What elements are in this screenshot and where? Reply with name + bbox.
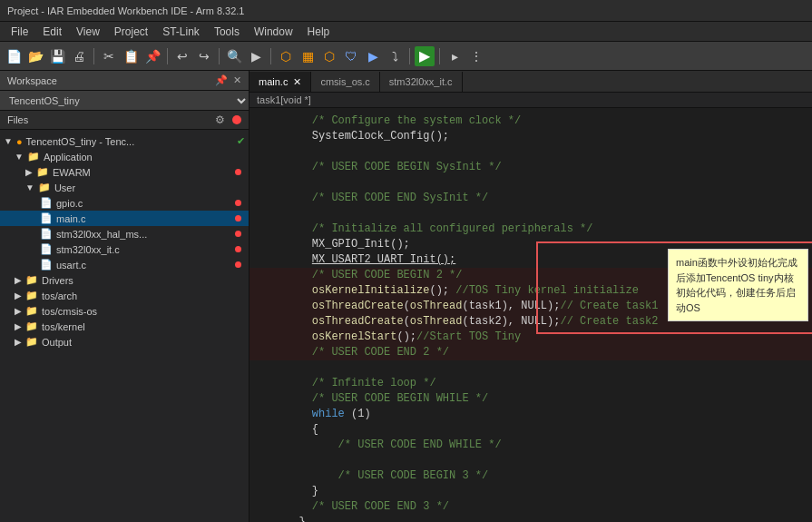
code-line: /* USER CODE END 3 */ — [249, 499, 812, 515]
tree-mainc[interactable]: 📄 main.c — [0, 211, 249, 226]
tree-tos-cmsis[interactable]: ▶ 📁 tos/cmsis-os — [0, 303, 249, 319]
menu-view[interactable]: View — [69, 24, 107, 40]
open-btn[interactable]: 📂 — [25, 46, 45, 66]
code-line — [249, 144, 812, 160]
config-btn[interactable]: ⋮ — [466, 46, 486, 66]
sidebar-header-icons: 📌 ✕ — [215, 74, 241, 86]
main-layout: Workspace 📌 ✕ TencentOS_tiny Files ⚙ ▼ ●… — [0, 71, 812, 522]
it-file-icon: 📄 — [40, 243, 53, 255]
workspace-select[interactable]: TencentOS_tiny — [0, 91, 249, 111]
cmsis-folder-icon: 📁 — [25, 305, 38, 317]
paste-btn[interactable]: 📌 — [142, 46, 162, 66]
code-line-kernel-start: osKernelStart();//Start TOS Tiny — [249, 330, 812, 345]
toolbar-sep-2 — [167, 48, 168, 64]
code-line: } — [249, 515, 812, 522]
mainc-label: main.c — [56, 213, 85, 224]
menu-help[interactable]: Help — [300, 24, 338, 40]
breadcrumb: task1[void *] — [249, 93, 812, 108]
folder-application-label: Application — [44, 152, 93, 163]
tree-drivers[interactable]: ▶ 📁 Drivers — [0, 272, 249, 288]
toolbar-sep-6 — [439, 48, 440, 64]
project-expand-icon: ▼ — [4, 136, 13, 146]
arch-expand-icon: ▶ — [15, 291, 22, 300]
menu-tools[interactable]: Tools — [207, 24, 247, 40]
arch-folder-icon: 📁 — [25, 290, 38, 301]
build2-btn[interactable]: ⬡ — [319, 46, 339, 66]
drivers-expand-icon: ▶ — [15, 275, 22, 285]
ewarm-dot — [235, 169, 241, 175]
code-line: { — [249, 422, 812, 438]
search-next-btn[interactable]: ▶ — [246, 46, 266, 66]
tree-tos-kernel[interactable]: ▶ 📁 tos/kernel — [0, 319, 249, 334]
hal-label: stm32l0xx_hal_ms... — [56, 229, 147, 240]
toolbar: 📄 📂 💾 🖨 ✂ 📋 📌 ↩ ↪ 🔍 ▶ ⬡ ▦ ⬡ 🛡 ▶ ⤵ ▶ ▸ ⋮ — [0, 42, 812, 71]
workspace-label: Workspace — [7, 75, 57, 86]
sidebar: Workspace 📌 ✕ TencentOS_tiny Files ⚙ ▼ ●… — [0, 71, 249, 522]
code-line: /* USER CODE BEGIN WHILE */ — [249, 391, 812, 407]
step-btn[interactable]: ⤵ — [385, 46, 405, 66]
cmsis-expand-icon: ▶ — [15, 306, 22, 316]
tree-user[interactable]: ▼ 📁 User — [0, 180, 249, 195]
search-btn[interactable]: 🔍 — [224, 46, 244, 66]
tab-stm32it[interactable]: stm32l0xx_it.c — [380, 72, 463, 92]
redo-btn[interactable]: ↪ — [194, 46, 214, 66]
tab-mainc[interactable]: main.c ✕ — [249, 72, 311, 92]
copy-btn[interactable]: 📋 — [121, 46, 141, 66]
settings-icon[interactable]: ⚙ — [215, 113, 225, 126]
code-line: } — [249, 484, 812, 499]
shield-btn[interactable]: 🛡 — [341, 46, 361, 66]
undo-btn[interactable]: ↩ — [172, 46, 192, 66]
menu-edit[interactable]: Edit — [35, 24, 69, 40]
debug-btn[interactable]: ▶ — [363, 46, 383, 66]
kernel-expand-icon: ▶ — [15, 321, 22, 331]
annotation-text: main函数中外设初始化完成后添加TencentOS tiny内核初始化代码，创… — [676, 257, 797, 313]
menu-bar: File Edit View Project ST-Link Tools Win… — [0, 22, 812, 42]
code-line: /* Initialize all configured peripherals… — [249, 222, 812, 237]
compile-btn[interactable]: ⬡ — [276, 46, 296, 66]
tree-output[interactable]: ▶ 📁 Output — [0, 334, 249, 350]
code-area: main.c ✕ cmsis_os.c stm32l0xx_it.c task1… — [249, 71, 812, 522]
print-btn[interactable]: 🖨 — [69, 46, 89, 66]
tree-application[interactable]: ▼ 📁 Application — [0, 149, 249, 164]
ewarm-folder-icon: 📁 — [36, 166, 49, 178]
tree-tos-arch[interactable]: ▶ 📁 tos/arch — [0, 288, 249, 303]
more-btn[interactable]: ▸ — [445, 46, 465, 66]
code-line: /* USER CODE END WHILE */ — [249, 438, 812, 453]
tab-mainc-modified: ✕ — [293, 76, 301, 88]
it-label: stm32l0xx_it.c — [56, 244, 120, 255]
new-btn[interactable]: 📄 — [4, 46, 24, 66]
pin-icon[interactable]: 📌 — [215, 74, 228, 86]
tree-it[interactable]: 📄 stm32l0xx_it.c — [0, 241, 249, 257]
tab-cmsis-label: cmsis_os.c — [320, 76, 369, 87]
menu-file[interactable]: File — [4, 24, 35, 40]
usart-dot — [235, 261, 241, 268]
tab-cmsis[interactable]: cmsis_os.c — [311, 72, 379, 92]
tree-usart[interactable]: 📄 usart.c — [0, 257, 249, 272]
tree-ewarm[interactable]: ▶ 📁 EWARM — [0, 164, 249, 180]
close-sidebar-icon[interactable]: ✕ — [233, 74, 241, 86]
code-line — [249, 360, 812, 376]
build-btn[interactable]: ▦ — [298, 46, 318, 66]
tree-gpio[interactable]: 📄 gpio.c — [0, 195, 249, 211]
tab-stm32it-label: stm32l0xx_it.c — [389, 76, 453, 87]
gpio-dot — [235, 200, 241, 206]
run-btn[interactable]: ▶ — [415, 46, 435, 66]
sidebar-header: Workspace 📌 ✕ — [0, 71, 249, 91]
code-line: /* Infinite loop */ — [249, 376, 812, 391]
title-bar: Project - IAR Embedded Workbench IDE - A… — [0, 0, 812, 22]
code-content[interactable]: main函数中外设初始化完成后添加TencentOS tiny内核初始化代码，创… — [249, 108, 812, 522]
code-line-highlight-end: /* USER CODE END 2 */ — [249, 345, 812, 360]
kernel-folder-icon: 📁 — [25, 320, 38, 332]
code-line — [249, 206, 812, 222]
menu-window[interactable]: Window — [247, 24, 300, 40]
arch-label: tos/arch — [42, 291, 77, 301]
menu-project[interactable]: Project — [107, 24, 155, 40]
cut-btn[interactable]: ✂ — [99, 46, 119, 66]
tree-hal[interactable]: 📄 stm32l0xx_hal_ms... — [0, 226, 249, 241]
annotation-box: main函数中外设初始化完成后添加TencentOS tiny内核初始化代码，创… — [668, 249, 808, 321]
status-dot — [232, 115, 241, 124]
menu-stlink[interactable]: ST-Link — [155, 24, 207, 40]
kernel-label: tos/kernel — [42, 321, 85, 332]
tree-project[interactable]: ▼ ● TencentOS_tiny - Tenc... ✔ — [0, 133, 249, 149]
save-btn[interactable]: 💾 — [47, 46, 67, 66]
